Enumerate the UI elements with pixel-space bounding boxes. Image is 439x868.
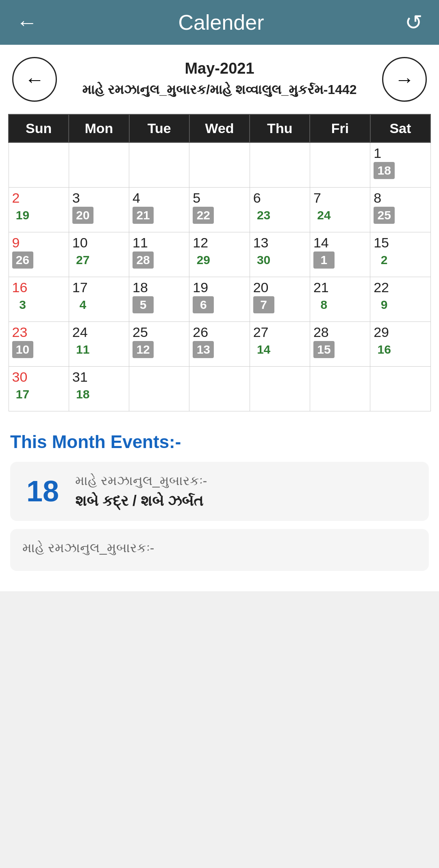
gregorian-date: 13: [253, 235, 306, 251]
calendar-cell: [250, 366, 310, 411]
islamic-date: 2: [374, 251, 395, 269]
islamic-date: 7: [253, 296, 274, 313]
calendar-cell[interactable]: 825: [370, 187, 430, 232]
gregorian-date: 29: [374, 324, 427, 340]
gregorian-date: 19: [193, 280, 246, 295]
gregorian-date: 2: [12, 190, 65, 206]
islamic-date: 10: [12, 341, 33, 358]
calendar-cell[interactable]: 196: [189, 277, 250, 321]
calendar-cell[interactable]: 2310: [9, 321, 69, 366]
month-navigation: ← May-2021 માહે રમઝાનુલ_મુબારક/માહે શવ્વ…: [8, 57, 431, 102]
calendar-cell[interactable]: 152: [370, 232, 430, 277]
islamic-date: 29: [193, 251, 214, 269]
calendar-cell[interactable]: 1229: [189, 232, 250, 277]
islamic-date: 27: [72, 251, 93, 269]
calendar-week-6: 30173118: [9, 366, 430, 411]
calendar-cell[interactable]: 522: [189, 187, 250, 232]
calendar-cell[interactable]: 2411: [69, 321, 129, 366]
calendar-cell: [310, 366, 370, 411]
islamic-date: 5: [133, 296, 154, 313]
calendar-cell[interactable]: 163: [9, 277, 69, 321]
islamic-date: 8: [313, 296, 335, 313]
islamic-date: 26: [12, 251, 33, 269]
calendar-cell[interactable]: 623: [250, 187, 310, 232]
calendar-cell[interactable]: 141: [310, 232, 370, 277]
islamic-date: 15: [313, 341, 335, 358]
calendar-cell[interactable]: 174: [69, 277, 129, 321]
header-mon: Mon: [69, 114, 129, 142]
event-details-1: માહે રમઝાનુલ_મુબારકઃ- શબે કદ્ર / શબે ઝર્…: [75, 473, 417, 509]
islamic-date: 28: [133, 251, 154, 269]
gregorian-date: 1: [374, 145, 427, 161]
calendar-cell[interactable]: 219: [9, 187, 69, 232]
calendar-cell[interactable]: 207: [250, 277, 310, 321]
islamic-date: 17: [12, 386, 33, 403]
calendar-cell[interactable]: 926: [9, 232, 69, 277]
calendar-cell[interactable]: 1128: [129, 232, 189, 277]
calendar-cell[interactable]: 2512: [129, 321, 189, 366]
header-sun: Sun: [9, 114, 69, 142]
islamic-date: 4: [72, 296, 93, 313]
gregorian-date: 18: [133, 280, 186, 295]
islamic-date: 9: [374, 296, 395, 313]
calendar-cell[interactable]: 185: [129, 277, 189, 321]
header-sat: Sat: [370, 114, 430, 142]
gregorian-date: 30: [12, 369, 65, 385]
gregorian-date: 21: [313, 280, 367, 295]
calendar-cell: [370, 366, 430, 411]
calendar-cell[interactable]: 118: [370, 142, 430, 187]
calendar-cell[interactable]: 2815: [310, 321, 370, 366]
islamic-date: 23: [253, 207, 274, 224]
gregorian-date: 27: [253, 324, 306, 340]
gregorian-date: 24: [72, 324, 126, 340]
gregorian-date: 17: [72, 280, 126, 295]
islamic-date: 24: [313, 207, 335, 224]
calendar-cell[interactable]: 724: [310, 187, 370, 232]
event-card-2[interactable]: માહે રમઝાનુલ_મુબારકઃ-: [10, 529, 429, 571]
islamic-date: 20: [72, 207, 93, 224]
calendar-cell: [129, 142, 189, 187]
header-tue: Tue: [129, 114, 189, 142]
islamic-date: 3: [12, 296, 33, 313]
weekday-header-row: Sun Mon Tue Wed Thu Fri Sat: [9, 114, 430, 142]
calendar-cell: [69, 142, 129, 187]
calendar-cell[interactable]: 2714: [250, 321, 310, 366]
calendar-cell[interactable]: 1330: [250, 232, 310, 277]
calendar-cell[interactable]: 3118: [69, 366, 129, 411]
calendar-cell[interactable]: 2613: [189, 321, 250, 366]
calendar-cell[interactable]: 3017: [9, 366, 69, 411]
calendar-cell[interactable]: 421: [129, 187, 189, 232]
calendar-cell: [189, 142, 250, 187]
calendar-cell[interactable]: 1027: [69, 232, 129, 277]
header-wed: Wed: [189, 114, 250, 142]
back-button[interactable]: ←: [16, 10, 37, 35]
event-card-1[interactable]: 18 માહે રમઝાનુલ_મુબારકઃ- શબે કદ્ર / શબે …: [10, 462, 429, 521]
calendar-cell[interactable]: 320: [69, 187, 129, 232]
calendar-cell[interactable]: 218: [310, 277, 370, 321]
islamic-date: 14: [253, 341, 274, 358]
calendar-container: ← May-2021 માહે રમઝાનુલ_મુબારક/માહે શવ્વ…: [0, 45, 439, 420]
gregorian-date: 12: [193, 235, 246, 251]
islamic-date: 1: [313, 251, 335, 269]
islamic-date: 18: [72, 386, 93, 403]
calendar-cell[interactable]: 229: [370, 277, 430, 321]
gregorian-date: 11: [133, 235, 186, 251]
gregorian-date: 6: [253, 190, 306, 206]
calendar-cell[interactable]: 2916: [370, 321, 430, 366]
gregorian-date: 5: [193, 190, 246, 206]
gregorian-date: 14: [313, 235, 367, 251]
refresh-button[interactable]: ↺: [405, 10, 423, 35]
gregorian-date: 25: [133, 324, 186, 340]
prev-month-button[interactable]: ←: [12, 57, 57, 102]
events-section: This Month Events:- 18 માહે રમઝાનુલ_મુબા…: [0, 420, 439, 591]
app-header: ← Calender ↺: [0, 0, 439, 45]
calendar-week-4: 163174185196207218229: [9, 277, 430, 321]
month-info: May-2021 માહે રમઝાનુલ_મુબારક/માહે શવ્વાલ…: [57, 60, 382, 99]
next-month-button[interactable]: →: [382, 57, 427, 102]
month-year-label: May-2021: [57, 60, 382, 77]
header-title: Calender: [178, 10, 264, 35]
gregorian-date: 15: [374, 235, 427, 251]
gregorian-date: 31: [72, 369, 126, 385]
gregorian-date: 16: [12, 280, 65, 295]
header-thu: Thu: [250, 114, 310, 142]
